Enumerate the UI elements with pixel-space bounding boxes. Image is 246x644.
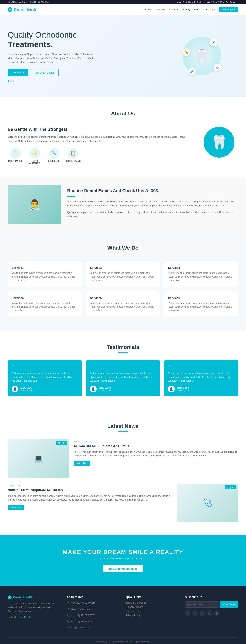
top-bar-phone[interactable]: Call Us: +0 366 678 [30, 1, 49, 3]
news-section: Latest News 💻 Blog #1 March 2, 2019 Null… [0, 410, 246, 535]
author-3-info: Mary Jane March 2, 2019 [177, 386, 190, 392]
float-icon-2: 🔬 [213, 64, 221, 71]
author-2-info: Mary Jane March 2, 2019 [99, 386, 112, 392]
dot-3[interactable] [13, 80, 14, 82]
footer-address-col: Address Info 📍 346 West Street 77 3154 📍… [67, 596, 120, 632]
footer-links-col: Quick Links Terms & Conditions Delivery … [126, 596, 179, 632]
appointment-button[interactable]: Book an Appointment [103, 565, 143, 572]
view-post-1-button[interactable]: View Post [74, 461, 90, 466]
news-badge-1: Blog #1 [56, 441, 67, 445]
news-badge-2: Blog #2 [225, 486, 236, 489]
dot-1[interactable] [8, 80, 9, 82]
testimonial-2-author: 👤 Mary Jane March 2, 2019 [90, 386, 156, 392]
social-pinterest[interactable]: p [214, 610, 220, 616]
about-image-side: 🦷 [200, 127, 238, 158]
service-3-title: Service3 [168, 266, 234, 269]
service-5-title: Service5 [90, 296, 156, 300]
top-bar: info@Example.Com Call Us: +0 366 678 Mon… [0, 0, 246, 4]
social-linkedin[interactable]: in [200, 610, 205, 616]
nav-gallery[interactable]: Gallery [182, 8, 190, 11]
testimonials-title: Testimonials [8, 344, 238, 353]
testimonial-3: " Sed semper leo metus, a lacinia arcu a… [164, 360, 238, 396]
about-icons: 🦷 ROOT CANALS ✨ TEETH WHITENING 🔍 CHECK-… [8, 148, 190, 164]
nav-home[interactable]: Home [144, 8, 151, 11]
logo: + Dental Health [8, 7, 36, 12]
quote-icon-3: " [168, 364, 234, 370]
nav-blog[interactable]: Blog [194, 8, 199, 11]
dental-exam-content: Routine Dental Exams And Check Ups At 30… [67, 188, 238, 221]
footer: + Dental Health Oraci consequat sapien a… [0, 586, 246, 644]
services-section: What We Do Service1 Vestibulum ante ipsu… [0, 232, 246, 331]
consult-button[interactable]: Consult A Doctor [31, 69, 59, 76]
social-icons: f t in g+ p [185, 610, 238, 616]
author-3-date: March 2, 2019 [177, 390, 190, 392]
service-card-6: Service6 Vestibulum ante ipsum primis se… [164, 291, 238, 318]
about-text: Be Gentle With The Strongest! Suspendiss… [8, 127, 190, 164]
checkups-label: CHECK-UPS [46, 160, 62, 162]
social-facebook[interactable]: f [185, 610, 190, 616]
footer-address-title: Address Info [67, 596, 120, 598]
view-post-2-button[interactable]: View Post [8, 505, 24, 510]
hero-heading: Quality Orthodontic Treatments. [8, 30, 100, 50]
author-1-info: Mary Jane March 2, 2019 [20, 386, 34, 392]
social-googleplus[interactable]: g+ [207, 610, 212, 616]
news-grid: 💻 Blog #1 March 2, 2019 Nullam Dui Mi, V… [8, 440, 238, 522]
service-1-title: Service1 [12, 266, 78, 269]
testimonial-2-text: Sed semper leo metus, a lacinia arcu at … [90, 372, 156, 383]
hero-title: Treatments. [8, 40, 100, 49]
news-heading-2: Nullam Dui Mi, Vulputate Ac Cursus. [8, 488, 172, 492]
whitening-label: TEETH WHITENING [27, 160, 42, 164]
footer-address: 📍 346 West Street 77 3154 📍 New York, NY… [67, 602, 120, 631]
news-date-2: March 2, 2019 [8, 484, 172, 487]
news-image-2: 🩺 Blog #2 [177, 484, 238, 522]
testimonial-1-text: Sed semper leo metus, a lacinia arcu at … [12, 372, 78, 383]
social-twitter[interactable]: t [192, 610, 198, 616]
top-bar-right: Mon - Fri: 8:30am To 9:30pm Sat & Sun: 8… [177, 1, 238, 3]
service-2-title: Service2 [90, 266, 156, 269]
subscribe-button[interactable]: SUBSCRIBE [220, 602, 238, 608]
dot-2[interactable] [10, 80, 12, 82]
footer-links-list: Terms & Conditions Delivery Enquiry Cust… [126, 602, 179, 617]
hero-section: Quality Orthodontic Treatments. Oraci Co… [0, 15, 246, 97]
about-description: Suspendisse ut felis sed felis tincidunt… [8, 135, 190, 143]
nav-services[interactable]: Services [169, 8, 179, 11]
about-icon-whitening: ✨ TEETH WHITENING [27, 148, 42, 164]
footer-about-text: Oraci consequat sapien at leo cursus rho… [8, 602, 61, 613]
news-item-1: 💻 Blog #1 March 2, 2019 Nullam Dui Mi, V… [8, 440, 238, 478]
logo-text: Dental Health [14, 8, 36, 12]
divider [67, 196, 75, 196]
tooth-illustration: 🦷 💉 🔬 💊 🧪 [183, 37, 221, 75]
footer-link-3-anchor[interactable]: Customer Help [126, 610, 141, 612]
read-more-button[interactable]: Read More [8, 69, 29, 76]
footer-subscribe-title: Subscribe Us [185, 596, 238, 598]
root-canals-label: ROOT CANALS [8, 160, 23, 162]
about-heading: Be Gentle With The Strongest! [8, 127, 190, 132]
nav-about[interactable]: About Us [155, 8, 165, 11]
footer-phone-1: 📞 +1 (212) 534 656 7567 [67, 614, 120, 619]
subscribe-form: SUBSCRIBE [185, 602, 238, 608]
footer-link-4-anchor[interactable]: Privacy Policy [126, 614, 140, 617]
cta-subtitle: Call Us To Book Your Appointment Today [8, 557, 238, 560]
subscribe-email-input[interactable] [185, 602, 219, 608]
footer-link-1: Terms & Conditions [126, 602, 179, 604]
footer-logo-text: Dental Health [13, 596, 33, 599]
footer-link-3: Customer Help [126, 610, 179, 612]
service-card-2: Service2 Vestibulum ante ipsum primis se… [86, 261, 160, 288]
nav-contact[interactable]: Contact Us [203, 8, 215, 11]
service-5-desc: Vestibulum ante ipsum primis sed more fa… [90, 302, 156, 312]
news-desc-1: interc consequat sapien at leo cursus rh… [74, 450, 238, 458]
book-now-button[interactable]: Book Now [219, 6, 238, 12]
footer-link-2-anchor[interactable]: Delivery Enquiry [126, 606, 143, 608]
testimonial-3-author: 👤 Mary Jane March 2, 2019 [168, 386, 234, 392]
exam-illustration: 👨‍⚕️ [8, 186, 62, 224]
service-6-title: Service6 [168, 296, 234, 300]
footer-link-1-anchor[interactable]: Terms & Conditions [126, 602, 146, 604]
service-card-1: Service1 Vestibulum ante ipsum primis se… [8, 261, 82, 288]
dental-exam-para2: Quisque ac sapien quis orci pulvinar fin… [67, 210, 238, 218]
news-heading-1: Nullam Dui Mi, Vulputate Ac Cursus. [74, 444, 238, 448]
testimonial-1: " Sed semper leo metus, a lacinia arcu a… [8, 360, 82, 396]
top-bar-email[interactable]: info@Example.Com [8, 1, 27, 3]
footer-crafted-link[interactable]: SRDe People [18, 616, 31, 618]
footer-links-title: Quick Links [126, 596, 179, 598]
testimonials-grid: " Sed semper leo metus, a lacinia arcu a… [8, 360, 238, 396]
